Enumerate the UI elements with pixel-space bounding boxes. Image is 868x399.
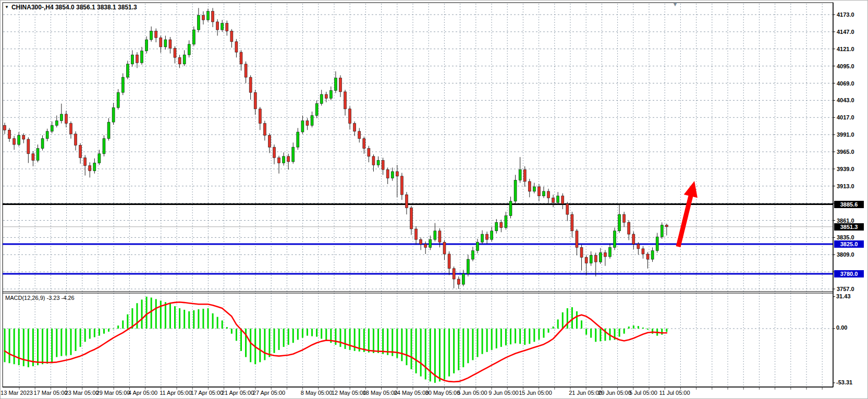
macd-bar bbox=[401, 329, 402, 361]
macd-bar bbox=[212, 313, 214, 329]
macd-bar bbox=[217, 317, 218, 329]
x-axis-label: 4 Apr 05:00 bbox=[128, 390, 157, 396]
macd-bar bbox=[37, 329, 39, 365]
macd-bar bbox=[373, 329, 374, 353]
candle bbox=[221, 23, 224, 30]
price-badge-resistance: 3885.6 bbox=[834, 201, 864, 208]
macd-bar bbox=[297, 329, 299, 340]
macd-bar bbox=[14, 329, 15, 364]
macd-bar bbox=[638, 326, 639, 329]
candle bbox=[410, 208, 413, 228]
candle bbox=[646, 254, 649, 259]
candle bbox=[400, 176, 403, 195]
y-axis-label: 3965.0 bbox=[837, 149, 854, 155]
candle bbox=[183, 55, 186, 64]
candle bbox=[188, 44, 190, 55]
macd-bar bbox=[467, 329, 469, 363]
macd-bar bbox=[273, 329, 275, 353]
candle bbox=[112, 107, 115, 122]
x-axis-label: 12 May 05:00 bbox=[332, 390, 366, 396]
macd-bar bbox=[581, 320, 582, 329]
macd-bar bbox=[136, 303, 138, 329]
candle bbox=[665, 225, 668, 226]
macd-bar bbox=[590, 329, 592, 338]
price-badge-support-lower: 3780.0 bbox=[834, 270, 864, 277]
macd-bar bbox=[444, 329, 445, 380]
x-axis-label: 30 May 05:00 bbox=[425, 390, 460, 396]
candle bbox=[174, 48, 176, 57]
y-axis-label: 4095.0 bbox=[837, 63, 854, 69]
candle bbox=[576, 231, 578, 248]
macd-bar bbox=[377, 329, 379, 353]
candle bbox=[448, 254, 450, 269]
macd-bar bbox=[411, 329, 412, 369]
y-axis-label: 3991.0 bbox=[837, 131, 854, 138]
time-axis: 13 Mar 202317 Mar 05:0023 Mar 05:0029 Ma… bbox=[1, 390, 690, 396]
candle bbox=[656, 237, 658, 251]
macd-bar bbox=[160, 300, 162, 329]
macd-bar bbox=[108, 329, 109, 332]
chart-shift-marker-icon[interactable]: ▼ bbox=[672, 1, 678, 8]
candle bbox=[41, 139, 44, 149]
candle bbox=[107, 122, 110, 139]
candle bbox=[141, 51, 143, 63]
macd-bar bbox=[515, 329, 516, 343]
macd-bar bbox=[571, 307, 573, 329]
macd-bar bbox=[151, 298, 152, 329]
macd-bar bbox=[99, 329, 100, 336]
candle bbox=[500, 222, 503, 227]
candle bbox=[121, 77, 124, 92]
y-axis-label: 4121.0 bbox=[837, 46, 854, 52]
macd-bar bbox=[567, 308, 568, 329]
macd-bar bbox=[18, 329, 20, 365]
candle bbox=[235, 42, 238, 52]
macd-bar bbox=[647, 329, 649, 330]
macd-bar bbox=[321, 329, 322, 339]
macd-bar bbox=[491, 329, 493, 350]
macd-bar bbox=[155, 299, 157, 329]
candle bbox=[614, 231, 616, 248]
candle bbox=[207, 11, 210, 20]
candle bbox=[226, 23, 228, 31]
candle bbox=[169, 40, 172, 48]
candle bbox=[315, 104, 318, 116]
macd-bar bbox=[548, 329, 549, 333]
macd-bar bbox=[94, 329, 95, 337]
candle bbox=[457, 279, 460, 284]
macd-bar bbox=[458, 329, 459, 370]
macd-bar bbox=[193, 310, 194, 329]
candle bbox=[306, 121, 309, 126]
macd-bar bbox=[288, 329, 289, 345]
candle bbox=[476, 242, 479, 250]
candle bbox=[278, 158, 280, 163]
candle bbox=[434, 231, 436, 239]
y-axis-label: 3861.0 bbox=[837, 217, 854, 224]
x-axis-label: 13 Mar 2023 bbox=[1, 390, 33, 396]
candle bbox=[8, 130, 11, 138]
macd-scale-zero: 0.00 bbox=[836, 324, 847, 331]
macd-bar bbox=[642, 328, 644, 329]
candle bbox=[230, 31, 233, 42]
candle bbox=[27, 139, 30, 154]
candle bbox=[420, 239, 422, 244]
symbol-dropdown-icon[interactable]: ▼ bbox=[5, 5, 9, 9]
candle bbox=[391, 172, 394, 178]
macd-bar bbox=[325, 329, 327, 341]
macd-bar bbox=[127, 315, 128, 329]
candle bbox=[178, 57, 181, 64]
candlestick-chart[interactable]: 4173.04147.04121.04095.04069.04043.04017… bbox=[1, 1, 868, 399]
candle bbox=[547, 191, 550, 198]
candle bbox=[60, 114, 63, 121]
price-badge-current: 3851.3 bbox=[834, 223, 864, 231]
macd-bar bbox=[278, 329, 280, 350]
macd-bar bbox=[198, 309, 199, 329]
macd-bar bbox=[231, 329, 233, 334]
macd-bar bbox=[453, 329, 455, 373]
candle bbox=[542, 191, 545, 196]
candle bbox=[557, 196, 559, 203]
candle bbox=[145, 40, 148, 51]
candle bbox=[415, 229, 418, 239]
candle bbox=[136, 55, 138, 63]
candle bbox=[382, 160, 384, 170]
candle bbox=[429, 239, 432, 247]
